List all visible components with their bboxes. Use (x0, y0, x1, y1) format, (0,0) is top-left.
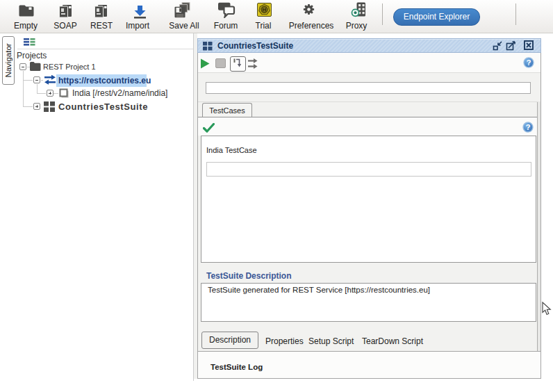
svg-text:?: ? (527, 58, 531, 67)
svg-text:?: ? (526, 123, 531, 131)
